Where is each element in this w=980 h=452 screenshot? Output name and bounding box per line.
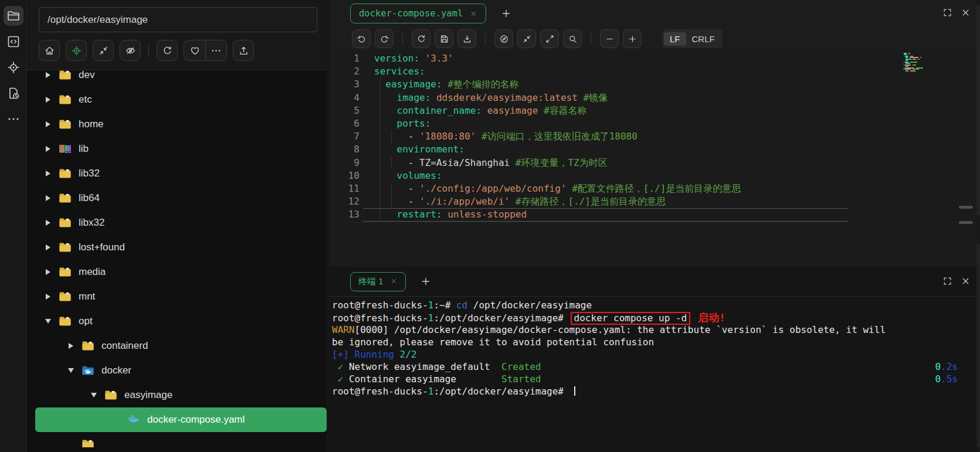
home-button[interactable]	[39, 40, 60, 61]
chevron-right-icon[interactable]	[42, 244, 54, 250]
maximize-editor-icon[interactable]	[942, 8, 952, 18]
close-tab-icon[interactable]	[470, 10, 477, 18]
chevron-right-icon[interactable]	[65, 343, 77, 349]
line-number: 10	[329, 169, 360, 182]
chevron-right-icon[interactable]	[42, 97, 54, 103]
rail-item-more[interactable]	[4, 109, 23, 129]
red-text-annotation: 启动!	[691, 311, 725, 324]
chevron-right-icon[interactable]	[42, 220, 54, 226]
upload-button[interactable]	[233, 40, 254, 61]
tree-item-docker-compose.yaml[interactable]: docker-compose.yaml	[35, 407, 327, 432]
eol-option-lf[interactable]: LF	[664, 32, 686, 46]
folder-icon	[81, 437, 95, 447]
format-button[interactable]	[494, 29, 513, 48]
rail-item-locate[interactable]	[4, 57, 23, 77]
tree-item-etc[interactable]: etc	[27, 87, 327, 112]
tree-item-dev[interactable]: dev	[27, 70, 327, 87]
main-area: docker-compose.yaml LFCRLF 1version: '3.…	[329, 0, 980, 452]
tab-docker-compose[interactable]: docker-compose.yaml	[350, 4, 486, 23]
save-button[interactable]	[435, 29, 453, 48]
fold-all-button[interactable]	[517, 29, 536, 48]
tree-item-label: libx32	[79, 217, 104, 229]
minimap[interactable]	[904, 53, 948, 72]
code-line: 1version: '3.3'	[329, 52, 980, 65]
more-actions-button[interactable]	[205, 40, 226, 60]
line-number: 4	[329, 91, 360, 104]
code-line: 9 - TZ=Asia/Shanghai #环境变量，TZ为时区	[329, 157, 980, 169]
tree-item-label: home	[79, 118, 104, 130]
file-tree[interactable]: devetchomeliblib32lib64libx32lost+foundm…	[27, 70, 327, 447]
collapse-tree-button[interactable]	[93, 40, 114, 61]
file-explorer-panel: devetchomeliblib32lib64libx32lost+foundm…	[27, 0, 327, 452]
chevron-down-icon[interactable]	[65, 368, 77, 373]
folder-icon	[58, 240, 72, 254]
terminal-line: root@fresh-ducks-1:/opt/docker/easyimage…	[332, 385, 980, 397]
chevron-right-icon[interactable]	[42, 121, 54, 127]
folder-icon	[81, 339, 95, 353]
tree-item-libx32[interactable]: libx32	[27, 210, 327, 235]
compass-icon	[499, 34, 509, 44]
dots-icon	[6, 112, 21, 126]
new-terminal-button[interactable]	[420, 276, 432, 287]
chevron-right-icon[interactable]	[42, 269, 54, 275]
editor-horizontal-scrollbar[interactable]	[329, 222, 980, 223]
folder-icon	[6, 9, 21, 23]
tree-item-lib[interactable]: lib	[27, 137, 327, 161]
crosshair-icon	[6, 60, 21, 74]
redo-button[interactable]	[375, 29, 394, 48]
locate-button[interactable]	[66, 40, 87, 61]
rail-item-files[interactable]	[4, 6, 23, 26]
tree-item-opt[interactable]: opt	[27, 309, 327, 334]
refresh-button[interactable]	[157, 40, 178, 61]
code-line: 11 - './config:/app/web/config' #配置文件路径，…	[329, 182, 980, 195]
chevron-down-icon[interactable]	[42, 319, 54, 324]
chevron-right-icon[interactable]	[42, 146, 54, 152]
undo-button[interactable]	[352, 29, 371, 48]
tree-item-media[interactable]: media	[27, 260, 327, 284]
rail-item-recent-files[interactable]	[4, 83, 23, 103]
line-number: 6	[329, 117, 360, 130]
tree-item-home[interactable]: home	[27, 112, 327, 137]
tree-item-lib64[interactable]: lib64	[27, 186, 327, 210]
rail-item-code-editor[interactable]	[4, 32, 23, 52]
reload-file-button[interactable]	[412, 29, 430, 48]
tab-terminal-1[interactable]: 终端 1	[350, 272, 406, 291]
path-input[interactable]	[39, 7, 317, 32]
search-button[interactable]	[563, 29, 582, 48]
search-icon	[568, 34, 578, 44]
zoom-out-button[interactable]	[600, 29, 619, 48]
new-tab-button[interactable]	[500, 8, 512, 19]
code-line: 10 volumes:	[329, 169, 980, 182]
eol-option-crlf[interactable]: CRLF	[686, 32, 721, 46]
heart-icon	[189, 45, 201, 56]
close-terminal-tab-icon[interactable]	[390, 277, 398, 287]
tree-item-easyimage[interactable]: easyimage	[27, 383, 327, 407]
chevron-right-icon[interactable]	[42, 72, 54, 78]
maximize-terminal-icon[interactable]	[942, 276, 952, 286]
zoom-in-button[interactable]	[623, 29, 642, 48]
tree-item-mnt[interactable]: mnt	[27, 284, 327, 309]
chevron-right-icon[interactable]	[42, 195, 54, 201]
toolbar-button-group	[184, 40, 227, 61]
chevron-down-icon[interactable]	[88, 393, 100, 397]
terminal-output[interactable]: root@fresh-ducks-1:~# cd /opt/docker/eas…	[329, 297, 980, 397]
chevron-right-icon[interactable]	[42, 294, 54, 300]
tree-item-lib32[interactable]: lib32	[27, 161, 327, 186]
close-terminal-icon[interactable]	[961, 276, 971, 286]
tree-item-lost+found[interactable]: lost+found	[27, 235, 327, 260]
chevron-right-icon[interactable]	[42, 171, 54, 176]
close-editor-icon[interactable]	[961, 8, 971, 18]
tree-item-containerd[interactable]: containerd	[27, 334, 327, 358]
code-editor[interactable]: 1version: '3.3'2services:3 easyimage: #整…	[329, 50, 980, 267]
favorites-button[interactable]	[184, 40, 205, 60]
editor-hscrollbar-thumb[interactable]	[959, 221, 973, 224]
code-file-icon	[6, 35, 21, 49]
terminal-line: root@fresh-ducks-1:/opt/docker/easyimage…	[332, 311, 980, 324]
page-scrollbar[interactable]	[977, 0, 980, 452]
tree-item[interactable]	[27, 432, 327, 447]
editor-scrollbar-thumb[interactable]	[959, 206, 973, 209]
toggle-hidden-button[interactable]	[120, 40, 141, 61]
unfold-all-button[interactable]	[540, 29, 559, 48]
download-button[interactable]	[457, 29, 476, 48]
tree-item-docker[interactable]: docker	[27, 358, 327, 383]
